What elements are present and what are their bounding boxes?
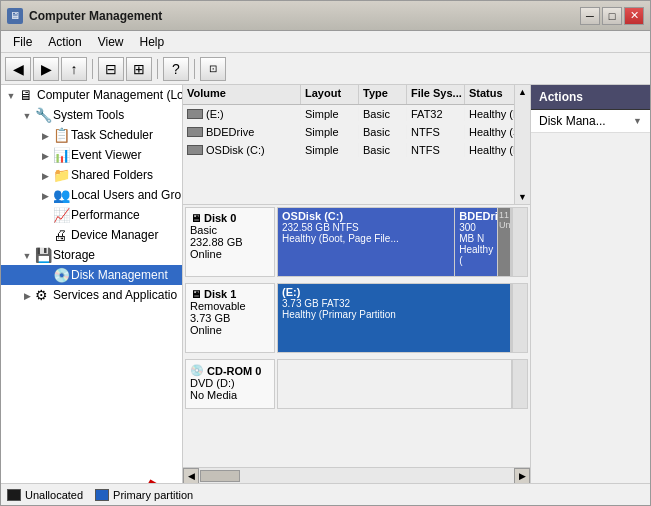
shared-folders-label: Shared Folders bbox=[71, 168, 153, 182]
services-expand-icon bbox=[19, 290, 35, 301]
legend-primary: Primary partition bbox=[95, 489, 193, 501]
title-bar: 🖥 Computer Management ─ □ ✕ bbox=[1, 1, 650, 31]
help-button[interactable]: ? bbox=[163, 57, 189, 81]
close-button[interactable]: ✕ bbox=[624, 7, 644, 25]
menu-view[interactable]: View bbox=[90, 33, 132, 51]
disk-mgmt-icon: 💿 bbox=[53, 267, 69, 283]
disk-1-partitions: (E:) 3.73 GB FAT32 Healthy (Primary Part… bbox=[277, 283, 512, 353]
performance-icon: 📈 bbox=[53, 207, 69, 223]
cdrom-info: 💿 CD-ROM 0 DVD (D:) No Media bbox=[185, 359, 275, 409]
performance-expand-icon bbox=[37, 210, 53, 221]
local-users-label: Local Users and Gro bbox=[71, 188, 181, 202]
disk-0-status: Online bbox=[190, 248, 270, 260]
volume-row-bde[interactable]: BDEDrive Simple Basic NTFS Healthy (Syst… bbox=[183, 123, 530, 141]
minimize-button[interactable]: ─ bbox=[580, 7, 600, 25]
forward-button[interactable]: ▶ bbox=[33, 57, 59, 81]
tree-task-scheduler[interactable]: 📋 Task Scheduler bbox=[1, 125, 182, 145]
cell-fs-bde: NTFS bbox=[407, 125, 465, 139]
tree-root[interactable]: 🖥 Computer Management (Lo bbox=[1, 85, 182, 105]
volume-name-e: (E:) bbox=[206, 108, 224, 120]
partition-bde[interactable]: BDEDriv 300 MB N Healthy ( bbox=[455, 208, 498, 276]
device-manager-label: Device Manager bbox=[71, 228, 158, 242]
disk-0-icon: 🖥 bbox=[190, 212, 201, 224]
partition-bde-label: BDEDriv bbox=[459, 210, 493, 222]
partition-c[interactable]: OSDisk (C:) 232.58 GB NTFS Healthy (Boot… bbox=[278, 208, 455, 276]
h-scroll-right[interactable]: ▶ bbox=[514, 468, 530, 484]
menu-action[interactable]: Action bbox=[40, 33, 89, 51]
show-button-2[interactable]: ⊞ bbox=[126, 57, 152, 81]
tree-local-users[interactable]: 👥 Local Users and Gro bbox=[1, 185, 182, 205]
disk-0-scrollbar[interactable] bbox=[512, 207, 528, 277]
volume-row-c[interactable]: OSDisk (C:) Simple Basic NTFS Healthy (B… bbox=[183, 141, 530, 159]
cdrom-scrollbar[interactable] bbox=[512, 359, 528, 409]
actions-disk-management[interactable]: Disk Mana... ▼ bbox=[531, 110, 650, 133]
menu-help[interactable]: Help bbox=[132, 33, 173, 51]
users-expand-icon bbox=[37, 190, 53, 201]
tree-performance[interactable]: 📈 Performance bbox=[1, 205, 182, 225]
menu-file[interactable]: File bbox=[5, 33, 40, 51]
actions-panel: Actions Disk Mana... ▼ bbox=[530, 85, 650, 483]
main-window: 🖥 Computer Management ─ □ ✕ File Action … bbox=[0, 0, 651, 506]
window-icon: 🖥 bbox=[7, 8, 23, 24]
show-button-1[interactable]: ⊟ bbox=[98, 57, 124, 81]
partition-c-size: 232.58 GB NTFS bbox=[282, 222, 450, 233]
disk-row-0: 🖥 Disk 0 Basic 232.88 GB Online OSDisk (… bbox=[185, 207, 528, 277]
partition-unalloc-label: Un bbox=[499, 220, 509, 230]
actions-disk-management-label: Disk Mana... bbox=[539, 114, 606, 128]
tree-device-manager[interactable]: 🖨 Device Manager bbox=[1, 225, 182, 245]
red-arrow-indicator: ➡ bbox=[139, 466, 175, 483]
back-button[interactable]: ◀ bbox=[5, 57, 31, 81]
h-scroll-thumb[interactable] bbox=[200, 470, 240, 482]
disk-1-icon: 🖥 bbox=[190, 288, 201, 300]
tree-system-tools[interactable]: 🔧 System Tools bbox=[1, 105, 182, 125]
partition-e-size: 3.73 GB FAT32 bbox=[282, 298, 506, 309]
device-icon: 🖨 bbox=[53, 227, 69, 243]
col-type: Type bbox=[359, 85, 407, 104]
menu-bar: File Action View Help bbox=[1, 31, 650, 53]
toolbar-separator-3 bbox=[194, 59, 195, 79]
volume-row-e[interactable]: (E:) Simple Basic FAT32 Healthy (Primary… bbox=[183, 105, 530, 123]
partition-unalloc-size: 11 bbox=[499, 210, 509, 220]
tree-services[interactable]: ⚙ Services and Applicatio bbox=[1, 285, 182, 305]
disk-0-partitions: OSDisk (C:) 232.58 GB NTFS Healthy (Boot… bbox=[277, 207, 512, 277]
h-scroll-left[interactable]: ◀ bbox=[183, 468, 199, 484]
maximize-button[interactable]: □ bbox=[602, 7, 622, 25]
services-label: Services and Applicatio bbox=[53, 288, 177, 302]
services-icon: ⚙ bbox=[35, 287, 51, 303]
cdrom-label: CD-ROM 0 bbox=[207, 365, 261, 377]
disk-icon-e bbox=[187, 109, 203, 119]
up-button[interactable]: ↑ bbox=[61, 57, 87, 81]
legend-primary-box bbox=[95, 489, 109, 501]
tree-storage[interactable]: 💾 Storage bbox=[1, 245, 182, 265]
col-filesystem: File Sys... bbox=[407, 85, 465, 104]
disk-management-label: Disk Management bbox=[71, 268, 168, 282]
legend-unallocated-label: Unallocated bbox=[25, 489, 83, 501]
scroll-down-icon[interactable]: ▼ bbox=[518, 192, 527, 202]
volume-table-header: Volume Layout Type File Sys... Status bbox=[183, 85, 530, 105]
partition-bde-status: Healthy ( bbox=[459, 244, 493, 266]
disk-section: 🖥 Disk 0 Basic 232.88 GB Online OSDisk (… bbox=[183, 205, 530, 467]
tree-shared-folders[interactable]: 📁 Shared Folders bbox=[1, 165, 182, 185]
partition-e[interactable]: (E:) 3.73 GB FAT32 Healthy (Primary Part… bbox=[278, 284, 511, 352]
tree-event-viewer[interactable]: 📊 Event Viewer bbox=[1, 145, 182, 165]
disk-1-scrollbar[interactable] bbox=[512, 283, 528, 353]
disk-row-cdrom: 💿 CD-ROM 0 DVD (D:) No Media bbox=[185, 359, 528, 409]
storage-label: Storage bbox=[53, 248, 95, 262]
volume-scrollbar[interactable]: ▲ ▼ bbox=[514, 85, 530, 204]
cdrom-type: DVD (D:) bbox=[190, 377, 270, 389]
toolbar-separator-1 bbox=[92, 59, 93, 79]
disk-1-status: Online bbox=[190, 324, 270, 336]
scroll-up-icon[interactable]: ▲ bbox=[518, 87, 527, 97]
toolbar-separator-2 bbox=[157, 59, 158, 79]
partition-e-label: (E:) bbox=[282, 286, 506, 298]
partition-c-label: OSDisk (C:) bbox=[282, 210, 450, 222]
tree-disk-management[interactable]: 💿 Disk Management bbox=[1, 265, 182, 285]
disk-horizontal-scrollbar[interactable]: ◀ ▶ bbox=[183, 467, 530, 483]
window-title: Computer Management bbox=[29, 9, 580, 23]
cell-type-bde: Basic bbox=[359, 125, 407, 139]
partition-c-status: Healthy (Boot, Page File... bbox=[282, 233, 450, 244]
legend-unallocated: Unallocated bbox=[7, 489, 83, 501]
legend-primary-label: Primary partition bbox=[113, 489, 193, 501]
volume-name-c: OSDisk (C:) bbox=[206, 144, 265, 156]
mmc-button[interactable]: ⊡ bbox=[200, 57, 226, 81]
